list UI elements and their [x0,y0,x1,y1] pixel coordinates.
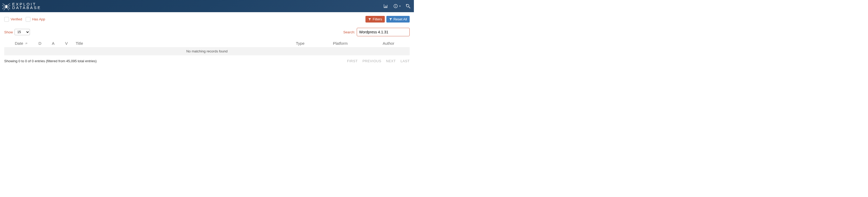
results-table: Date ↓≡ D A V Title Type Platform Author… [4,39,410,55]
col-d[interactable]: D [33,41,46,46]
brand-line2: DATABASE [12,6,41,9]
col-platform[interactable]: Platform [333,41,370,46]
verified-label: Verified [10,17,22,21]
info-dropdown[interactable]: ▾ [393,3,401,9]
page-first[interactable]: FIRST [347,59,358,63]
stats-icon[interactable] [383,3,388,9]
col-title[interactable]: Title [73,41,296,46]
reset-button-label: Reset All [394,17,407,21]
checkbox-box [4,17,9,22]
sort-desc-icon: ↓≡ [25,42,27,45]
col-type[interactable]: Type [296,41,333,46]
pagination: FIRST PREVIOUS NEXT LAST [347,59,410,63]
brand-text: EXPLOIT DATABASE [12,3,41,9]
info-icon [393,3,398,9]
filter-row: Verified Has App Filters Reset All [4,16,410,23]
col-a[interactable]: A [46,41,60,46]
filters-button[interactable]: Filters [366,16,384,23]
spider-icon [1,1,10,11]
search-wrap: Search: [343,28,410,36]
search-settings-icon[interactable] [405,3,411,9]
control-row: Show 15 Search: [4,28,410,36]
funnel-icon [368,18,371,21]
hasapp-label: Has App [32,17,45,21]
hasapp-checkbox[interactable]: Has App [26,17,45,22]
filters-button-label: Filters [373,17,382,21]
empty-results-message: No matching records found [4,47,410,55]
col-v[interactable]: V [60,41,73,46]
page-last[interactable]: LAST [400,59,410,63]
col-date[interactable]: Date ↓≡ [7,41,33,46]
table-footer: Showing 0 to 0 of 0 entries (filtered fr… [4,59,410,63]
svg-rect-4 [395,6,396,7]
reset-all-button[interactable]: Reset All [386,16,410,23]
reset-funnel-icon [389,18,392,21]
col-author[interactable]: Author [370,41,407,46]
results-info: Showing 0 to 0 of 0 entries (filtered fr… [4,59,97,63]
search-input[interactable] [357,28,410,36]
checkbox-box [26,17,30,22]
content-area: Verified Has App Filters Reset All Show … [0,13,414,67]
brand-logo[interactable]: EXPLOIT DATABASE [1,1,41,11]
table-header: Date ↓≡ D A V Title Type Platform Author [4,39,410,47]
page-previous[interactable]: PREVIOUS [363,59,381,63]
show-entries: Show 15 [4,29,30,35]
chevron-down-icon: ▾ [399,5,401,7]
svg-point-3 [395,5,396,5]
show-select[interactable]: 15 [14,29,30,35]
svg-point-1 [6,5,7,6]
header-actions: ▾ [383,3,411,9]
page-next[interactable]: NEXT [386,59,396,63]
header-bar: EXPLOIT DATABASE ▾ [0,0,414,12]
show-label: Show [4,30,13,34]
filter-checkboxes: Verified Has App [4,17,45,22]
filter-buttons: Filters Reset All [366,16,410,23]
verified-checkbox[interactable]: Verified [4,17,22,22]
search-label: Search: [343,30,355,34]
